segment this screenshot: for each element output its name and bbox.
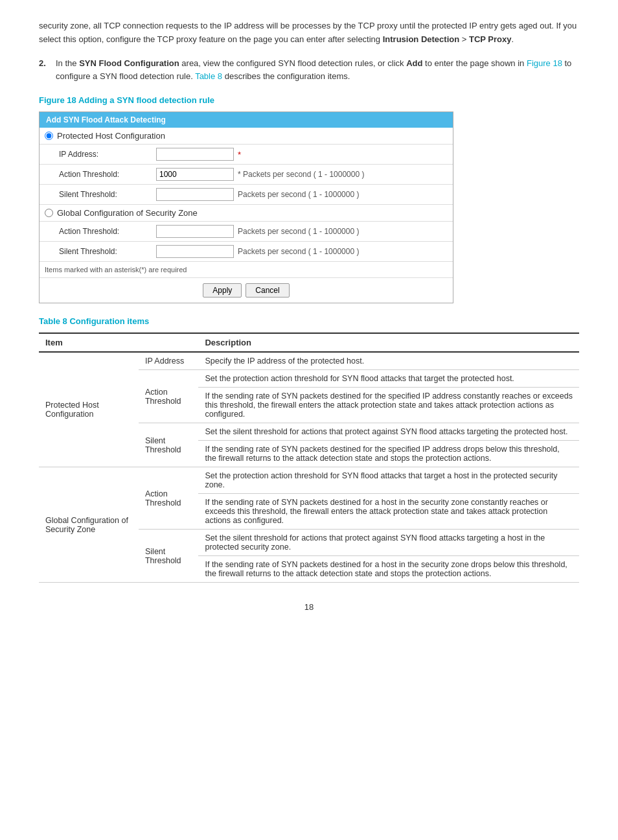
page-number: 18	[39, 602, 579, 612]
table-row: Global Configuration of Security ZoneAct…	[39, 467, 579, 494]
form-buttons: Apply Cancel	[40, 278, 453, 303]
global-config-radio-row[interactable]: Global Configuration of Security Zone	[40, 205, 453, 222]
silent-threshold-row2: Silent Threshold: Packets per second ( 1…	[40, 242, 453, 262]
subitem-cell: Action Threshold	[139, 467, 198, 530]
figure18-link[interactable]: Figure 18	[527, 58, 562, 68]
group-cell: Protected Host Configuration	[39, 352, 139, 467]
required-note: Items marked with an asterisk(*) are req…	[40, 262, 453, 278]
subitem-cell: IP Address	[139, 352, 198, 370]
protected-host-label: Protected Host Configuration	[57, 131, 165, 141]
subitem-cell: Action Threshold	[139, 370, 198, 423]
figure18-title: Figure 18 Adding a SYN flood detection r…	[39, 95, 579, 105]
form-header: Add SYN Flood Attack Detecting	[40, 112, 453, 128]
action-threshold-row1: Action Threshold: * Packets per second (…	[40, 165, 453, 185]
action-threshold-input1[interactable]	[156, 168, 234, 181]
desc-cell: Set the protection action threshold for …	[198, 467, 579, 494]
action-threshold-label2: Action Threshold:	[59, 227, 156, 236]
desc-cell: If the sending rate of SYN packets desti…	[198, 556, 579, 583]
desc-cell: If the sending rate of SYN packets desti…	[198, 494, 579, 530]
silent-threshold-input1[interactable]	[156, 188, 234, 201]
ip-label: IP Address:	[59, 150, 156, 159]
action-threshold-label1: Action Threshold:	[59, 170, 156, 179]
apply-button[interactable]: Apply	[203, 283, 242, 298]
action-threshold-row2: Action Threshold: Packets per second ( 1…	[40, 222, 453, 242]
protected-host-radio[interactable]	[45, 132, 53, 140]
silent-threshold-label1: Silent Threshold:	[59, 190, 156, 199]
desc-cell: Set the silent threshold for actions tha…	[198, 423, 579, 441]
intro-period: .	[512, 34, 514, 44]
desc-cell: Specify the IP address of the protected …	[198, 352, 579, 370]
desc-cell: If the sending rate of SYN packets desti…	[198, 441, 579, 467]
config-table: Item Description Protected Host Configur…	[39, 332, 579, 583]
intro-paragraph: security zone, all TCP connection reques…	[39, 19, 579, 47]
global-config-radio[interactable]	[45, 209, 53, 217]
step2-text-add-after: to enter the page shown in	[425, 58, 524, 68]
silent-threshold-label2: Silent Threshold:	[59, 247, 156, 256]
silent-threshold-hint1: Packets per second ( 1 - 1000000 )	[238, 190, 359, 199]
action-threshold-hint1: * Packets per second ( 1 - 1000000 )	[238, 170, 364, 179]
step-2-text: In the SYN Flood Configuration area, vie…	[56, 57, 579, 84]
intro-bold-1: Intrusion Detection	[383, 34, 459, 44]
step2-text-tbl: describes the configuration items.	[225, 71, 350, 81]
ip-address-row: IP Address: *	[40, 145, 453, 165]
syn-flood-form: Add SYN Flood Attack Detecting Protected…	[39, 111, 453, 303]
protected-host-radio-row[interactable]: Protected Host Configuration	[40, 128, 453, 145]
intro-arrow: >	[459, 34, 469, 44]
global-config-label: Global Configuration of Security Zone	[57, 208, 198, 218]
ip-required-star: *	[238, 150, 241, 159]
silent-threshold-input2[interactable]	[156, 245, 234, 258]
col-item-header: Item	[39, 333, 198, 352]
desc-cell: Set the silent threshold for actions tha…	[198, 530, 579, 556]
table8-link[interactable]: Table 8	[195, 71, 222, 81]
desc-cell: If the sending rate of SYN packets desti…	[198, 388, 579, 423]
action-threshold-hint2: Packets per second ( 1 - 1000000 )	[238, 227, 359, 236]
subitem-cell: Silent Threshold	[139, 530, 198, 583]
intro-bold-2: TCP Proxy	[469, 34, 512, 44]
table8-title: Table 8 Configuration items	[39, 316, 579, 326]
cancel-button[interactable]: Cancel	[246, 283, 289, 298]
step2-text-before: In the	[56, 58, 77, 68]
silent-threshold-hint2: Packets per second ( 1 - 1000000 )	[238, 247, 359, 256]
step2-bold-add: Add	[406, 58, 422, 68]
desc-cell: Set the protection action threshold for …	[198, 370, 579, 388]
action-threshold-input2[interactable]	[156, 225, 234, 238]
step-2-container: 2. In the SYN Flood Configuration area, …	[39, 57, 579, 84]
step2-bold-syn: SYN Flood Configuration	[79, 58, 179, 68]
step-number: 2.	[39, 57, 51, 84]
table-row: Protected Host ConfigurationIP AddressSp…	[39, 352, 579, 370]
group-cell: Global Configuration of Security Zone	[39, 467, 139, 583]
ip-address-input[interactable]	[156, 148, 234, 161]
step2-text-after: area, view the configured SYN flood dete…	[181, 58, 404, 68]
silent-threshold-row1: Silent Threshold: Packets per second ( 1…	[40, 185, 453, 205]
subitem-cell: Silent Threshold	[139, 423, 198, 467]
col-desc-header: Description	[198, 333, 579, 352]
